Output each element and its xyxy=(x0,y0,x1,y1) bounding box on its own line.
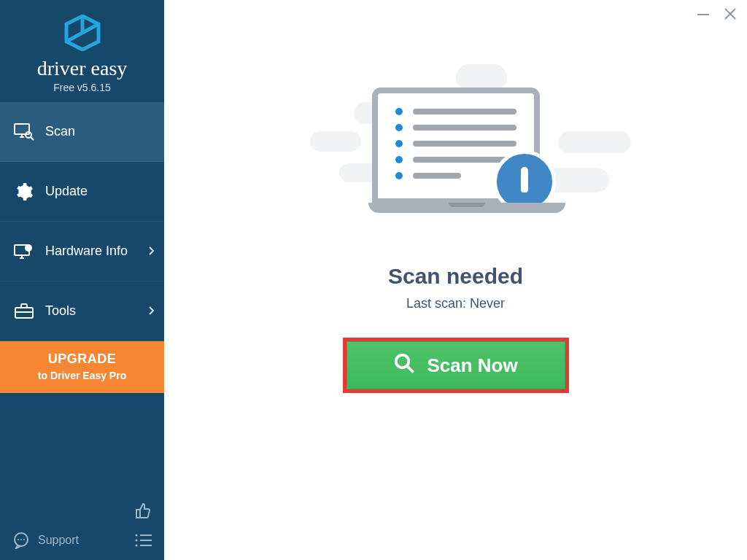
search-icon xyxy=(393,352,415,379)
nav-item-tools[interactable]: Tools xyxy=(0,281,164,341)
scan-button-highlight: Scan Now xyxy=(343,338,569,393)
svg-line-3 xyxy=(66,33,82,42)
upgrade-line1: UPGRADE xyxy=(7,351,157,367)
svg-line-31 xyxy=(407,365,414,372)
sidebar: driver easy Free v5.6.15 Scan xyxy=(0,0,164,560)
nav-item-update[interactable]: Update xyxy=(0,162,164,222)
svg-rect-16 xyxy=(136,510,140,518)
support-link[interactable]: Support xyxy=(38,534,126,547)
svg-point-23 xyxy=(136,545,138,547)
svg-point-20 xyxy=(23,539,25,540)
svg-point-21 xyxy=(136,534,138,537)
laptop-icon xyxy=(368,88,543,213)
thumbs-up-icon[interactable] xyxy=(135,502,152,522)
list-menu-icon[interactable] xyxy=(133,531,152,550)
window-controls xyxy=(696,7,737,25)
brand-block: driver easy Free v5.6.15 xyxy=(0,0,164,102)
nav-item-scan[interactable]: Scan xyxy=(0,102,164,162)
main-area: Scan needed Last scan: Never Scan Now xyxy=(164,0,747,560)
svg-point-18 xyxy=(18,539,19,540)
nav-item-label: Scan xyxy=(45,124,75,139)
scan-now-button[interactable]: Scan Now xyxy=(347,341,565,389)
upgrade-line2: to Driver Easy Pro xyxy=(7,370,157,381)
nav-item-label: Update xyxy=(45,184,88,199)
gear-icon xyxy=(13,181,35,203)
chevron-right-icon xyxy=(148,306,154,317)
chevron-right-icon xyxy=(148,246,154,257)
scan-now-label: Scan Now xyxy=(427,354,517,377)
hardware-info-icon: i xyxy=(13,241,35,262)
brand-logo-icon xyxy=(63,15,101,54)
svg-line-2 xyxy=(82,24,98,33)
support-chat-icon[interactable] xyxy=(12,531,31,550)
svg-point-30 xyxy=(396,354,409,368)
brand-name: driver easy xyxy=(37,57,128,80)
svg-point-22 xyxy=(136,540,138,542)
minimize-button[interactable] xyxy=(696,7,711,25)
nav-item-label: Tools xyxy=(45,303,76,319)
svg-point-19 xyxy=(20,539,22,540)
scan-illustration xyxy=(281,58,631,248)
svg-line-8 xyxy=(31,137,34,140)
monitor-search-icon xyxy=(13,121,35,143)
scan-status-headline: Scan needed xyxy=(388,264,523,289)
nav: Scan Update i Hardware Info xyxy=(0,102,164,393)
close-button[interactable] xyxy=(724,7,737,25)
nav-item-label: Hardware Info xyxy=(45,244,128,259)
nav-item-hardware-info[interactable]: i Hardware Info xyxy=(0,222,164,281)
last-scan-label: Last scan: Never xyxy=(406,296,505,311)
sidebar-footer: Support xyxy=(0,524,164,560)
upgrade-button[interactable]: UPGRADE to Driver Easy Pro xyxy=(0,341,164,393)
brand-version: Free v5.6.15 xyxy=(53,82,111,93)
toolbox-icon xyxy=(13,300,35,322)
